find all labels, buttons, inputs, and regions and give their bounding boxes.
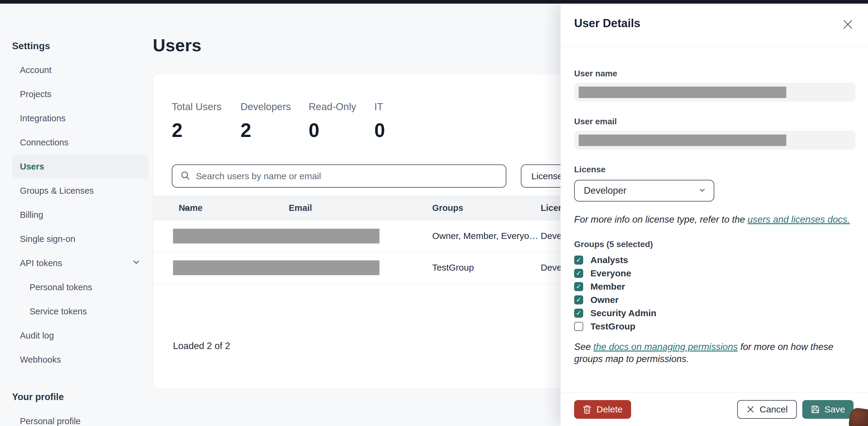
license-select[interactable]: Developer <box>574 180 714 202</box>
checkbox-icon: ✓ <box>574 309 583 318</box>
user-email-label: User email <box>574 117 855 126</box>
sidebar-item-personal-profile[interactable]: Personal profile <box>12 409 149 426</box>
sidebar-item-integrations[interactable]: Integrations <box>12 106 149 130</box>
user-stats: Total Users 2 Developers 2 Read-Only 0 I… <box>172 101 385 142</box>
groups-label: Groups (5 selected) <box>574 239 855 249</box>
checkbox-icon: ✓ <box>574 295 583 305</box>
user-name-label: User name <box>574 69 855 79</box>
sidebar-item-audit-log[interactable]: Audit log <box>12 323 149 347</box>
users-table: Name Email Groups License Owner, Member,… <box>153 196 575 284</box>
save-icon <box>811 405 820 414</box>
checkbox-member[interactable]: ✓ Member <box>574 280 855 293</box>
redacted-name-email <box>173 260 379 275</box>
close-icon[interactable] <box>841 18 855 31</box>
drawer-title: User Details <box>574 17 641 30</box>
x-icon <box>746 405 755 414</box>
chevron-down-icon <box>132 258 141 269</box>
profile-heading: Your profile <box>12 385 152 409</box>
loaded-status: Loaded 2 of 2 <box>173 341 230 351</box>
chevron-down-icon <box>698 186 707 196</box>
sidebar-item-single-sign-on[interactable]: Single sign-on <box>12 227 149 251</box>
stat-total-users: Total Users 2 <box>172 101 241 142</box>
user-email-field[interactable] <box>574 131 855 150</box>
sidebar-item-users[interactable]: Users <box>12 154 149 179</box>
license-label: License <box>574 165 855 174</box>
sort-ascending-icon <box>183 203 189 213</box>
table-header: Name Email Groups License <box>153 196 575 220</box>
managing-permissions-docs-link[interactable]: the docs on managing permissions <box>593 342 738 352</box>
search-users-box[interactable] <box>172 164 506 188</box>
user-name-field[interactable] <box>574 83 855 102</box>
checkbox-icon: ✓ <box>574 282 583 291</box>
checkbox-owner[interactable]: ✓ Owner <box>574 293 855 307</box>
permissions-note: See the docs on managing permissions for… <box>574 341 855 365</box>
search-input[interactable] <box>196 171 498 181</box>
drawer-header: User Details <box>561 4 868 47</box>
sidebar-item-personal-tokens[interactable]: Personal tokens <box>12 275 149 299</box>
row-groups-cell: Owner, Member, Everyo… <box>432 231 538 241</box>
save-button[interactable]: Save <box>802 400 854 419</box>
delete-button[interactable]: Delete <box>574 400 631 419</box>
redacted-user-name <box>579 87 786 98</box>
sidebar-item-service-tokens[interactable]: Service tokens <box>12 299 149 323</box>
users-card: Total Users 2 Developers 2 Read-Only 0 I… <box>153 74 575 389</box>
stat-developers: Developers 2 <box>241 101 309 142</box>
row-groups-cell: TestGroup <box>432 262 474 273</box>
top-window-bar <box>0 0 868 4</box>
license-note: For more info on license type, refer to … <box>574 214 855 226</box>
sidebar-item-groups-licenses[interactable]: Groups & Licenses <box>12 179 149 203</box>
checkbox-testgroup[interactable]: ✓ TestGroup <box>574 320 855 333</box>
sidebar-item-billing[interactable]: Billing <box>12 203 149 227</box>
sidebar-item-api-tokens[interactable]: API tokens <box>12 251 149 275</box>
redacted-user-email <box>579 135 786 146</box>
checkbox-icon: ✓ <box>574 322 583 331</box>
sidebar-item-connections[interactable]: Connections <box>12 130 149 154</box>
sidebar-item-projects[interactable]: Projects <box>12 82 149 106</box>
table-row[interactable]: TestGroup Developer <box>153 252 575 284</box>
user-details-drawer: User Details User name User email Licens… <box>561 4 868 426</box>
stat-it: IT 0 <box>374 101 385 142</box>
column-header-groups[interactable]: Groups <box>432 203 463 213</box>
checkbox-icon: ✓ <box>574 269 583 278</box>
checkbox-analysts[interactable]: ✓ Analysts <box>574 253 855 267</box>
column-header-email[interactable]: Email <box>289 203 312 213</box>
redacted-name-email <box>173 229 379 244</box>
stat-read-only: Read-Only 0 <box>309 101 374 142</box>
drawer-body: User name User email License Developer F… <box>561 47 868 392</box>
checkbox-everyone[interactable]: ✓ Everyone <box>574 267 855 280</box>
users-licenses-docs-link[interactable]: users and licenses docs. <box>748 214 850 225</box>
sidebar-item-account[interactable]: Account <box>12 58 149 82</box>
sidebar-heading: Settings <box>12 34 152 58</box>
cancel-button[interactable]: Cancel <box>737 400 797 419</box>
checkbox-icon: ✓ <box>574 256 583 264</box>
page-title: Users <box>153 35 201 55</box>
groups-checkbox-list: ✓ Analysts ✓ Everyone ✓ Member ✓ Owner ✓ <box>574 253 855 333</box>
trash-icon <box>583 404 592 414</box>
sidebar-item-webhooks[interactable]: Webhooks <box>12 347 149 372</box>
table-row[interactable]: Owner, Member, Everyo… Developer <box>153 220 575 252</box>
search-icon <box>180 170 190 182</box>
drawer-footer: Delete Cancel Save <box>561 392 868 426</box>
checkbox-security-admin[interactable]: ✓ Security Admin <box>574 307 855 320</box>
settings-sidebar: Settings Account Projects Integrations C… <box>0 4 152 426</box>
